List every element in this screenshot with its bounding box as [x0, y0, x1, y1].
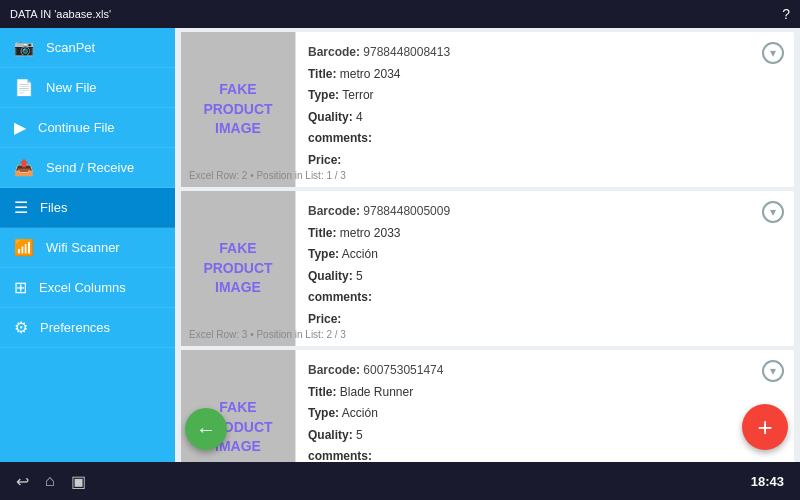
title-2: Title: Blade Runner — [308, 382, 782, 404]
product-card: FAKEPRODUCTIMAGE Barcode: 9788448008413 … — [181, 32, 794, 187]
barcode-0: Barcode: 9788448008413 — [308, 42, 782, 64]
sidebar-icon-continue-file: ▶ — [14, 118, 26, 137]
product-image-1: FAKEPRODUCTIMAGE — [181, 191, 296, 346]
quality-2: Quality: 5 — [308, 425, 782, 447]
type-2: Type: Acción — [308, 403, 782, 425]
sidebar-label-scanpet: ScanPet — [46, 40, 95, 55]
comments-2: comments: — [308, 446, 782, 462]
product-info-2: Barcode: 600753051474 Title: Blade Runne… — [296, 350, 794, 462]
card-expand-2[interactable]: ▾ — [762, 360, 784, 382]
sidebar-item-wifi-scanner[interactable]: 📶 Wifi Scanner — [0, 228, 175, 268]
comments-1: comments: — [308, 287, 782, 309]
sidebar-item-files[interactable]: ☰ Files — [0, 188, 175, 228]
app-title: DATA IN 'aabase.xls' — [10, 8, 111, 20]
sidebar-icon-wifi-scanner: 📶 — [14, 238, 34, 257]
product-info-0: Barcode: 9788448008413 Title: metro 2034… — [296, 32, 794, 187]
title-1: Title: metro 2033 — [308, 223, 782, 245]
sidebar-item-continue-file[interactable]: ▶ Continue File — [0, 108, 175, 148]
comments-0: comments: — [308, 128, 782, 150]
product-image-0: FAKEPRODUCTIMAGE — [181, 32, 296, 187]
sidebar-label-continue-file: Continue File — [38, 120, 115, 135]
main-content: FAKEPRODUCTIMAGE Barcode: 9788448008413 … — [175, 28, 800, 462]
barcode-1: Barcode: 9788448005009 — [308, 201, 782, 223]
sidebar-label-new-file: New File — [46, 80, 97, 95]
card-footer-0: Excel Row: 2 • Position in List: 1 / 3 — [181, 168, 354, 183]
back-icon[interactable]: ↩ — [16, 472, 29, 491]
sidebar-icon-send-receive: 📤 — [14, 158, 34, 177]
sidebar-icon-excel-columns: ⊞ — [14, 278, 27, 297]
sidebar-item-scanpet[interactable]: 📷 ScanPet — [0, 28, 175, 68]
clock: 18:43 — [751, 474, 784, 489]
sidebar-label-excel-columns: Excel Columns — [39, 280, 126, 295]
sidebar-icon-preferences: ⚙ — [14, 318, 28, 337]
sidebar-label-files: Files — [40, 200, 67, 215]
fake-image-text: FAKEPRODUCTIMAGE — [203, 239, 272, 298]
products-list: FAKEPRODUCTIMAGE Barcode: 9788448008413 … — [175, 32, 800, 462]
card-expand-0[interactable]: ▾ — [762, 42, 784, 64]
sidebar-item-preferences[interactable]: ⚙ Preferences — [0, 308, 175, 348]
title-0: Title: metro 2034 — [308, 64, 782, 86]
sidebar-item-send-receive[interactable]: 📤 Send / Receive — [0, 148, 175, 188]
quality-0: Quality: 4 — [308, 107, 782, 129]
card-expand-1[interactable]: ▾ — [762, 201, 784, 223]
price-1: Price: — [308, 309, 782, 331]
type-0: Type: Terror — [308, 85, 782, 107]
product-info-1: Barcode: 9788448005009 Title: metro 2033… — [296, 191, 794, 346]
product-card: FAKEPRODUCTIMAGE Barcode: 600753051474 T… — [181, 350, 794, 462]
sidebar-item-excel-columns[interactable]: ⊞ Excel Columns — [0, 268, 175, 308]
product-card: FAKEPRODUCTIMAGE Barcode: 9788448005009 … — [181, 191, 794, 346]
fab-add-button[interactable]: + — [742, 404, 788, 450]
topbar: DATA IN 'aabase.xls' ? — [0, 0, 800, 28]
fake-image-text: FAKEPRODUCTIMAGE — [203, 80, 272, 139]
sidebar-label-send-receive: Send / Receive — [46, 160, 134, 175]
home-icon[interactable]: ⌂ — [45, 472, 55, 490]
bottombar: ↩ ⌂ ▣ 18:43 — [0, 462, 800, 500]
sidebar-label-preferences: Preferences — [40, 320, 110, 335]
price-0: Price: — [308, 150, 782, 172]
system-icons: ↩ ⌂ ▣ — [16, 472, 86, 491]
sidebar-item-new-file[interactable]: 📄 New File — [0, 68, 175, 108]
barcode-2: Barcode: 600753051474 — [308, 360, 782, 382]
sidebar-icon-scanpet: 📷 — [14, 38, 34, 57]
sidebar-label-wifi-scanner: Wifi Scanner — [46, 240, 120, 255]
fab-back-button[interactable]: ← — [185, 408, 227, 450]
sidebar: 📷 ScanPet📄 New File▶ Continue File📤 Send… — [0, 28, 175, 462]
type-1: Type: Acción — [308, 244, 782, 266]
help-icon[interactable]: ? — [782, 6, 790, 22]
quality-1: Quality: 5 — [308, 266, 782, 288]
sidebar-icon-new-file: 📄 — [14, 78, 34, 97]
card-footer-1: Excel Row: 3 • Position in List: 2 / 3 — [181, 327, 354, 342]
recents-icon[interactable]: ▣ — [71, 472, 86, 491]
sidebar-icon-files: ☰ — [14, 198, 28, 217]
